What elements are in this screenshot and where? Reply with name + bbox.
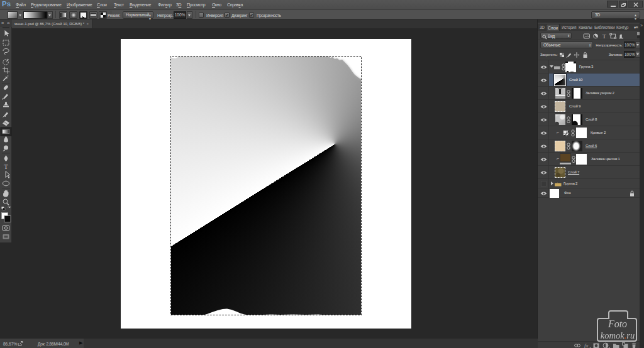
svg-text:Foto: Foto <box>608 318 627 329</box>
svg-text:fx: fx <box>584 342 589 348</box>
svg-text:T: T <box>4 163 8 170</box>
svg-text:T: T <box>602 33 606 39</box>
svg-text:komok.ru: komok.ru <box>601 330 635 340</box>
